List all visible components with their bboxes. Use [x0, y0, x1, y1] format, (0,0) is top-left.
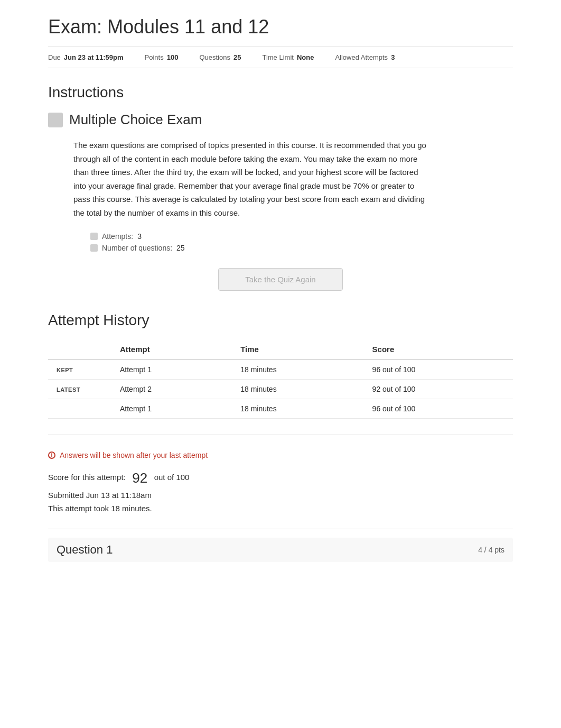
row3-attempt: Attempt 1 [111, 399, 232, 419]
row1-score: 96 out of 100 [364, 360, 513, 380]
points-value: 100 [167, 53, 179, 61]
allowed-attempts-item: Allowed Attempts 3 [335, 53, 395, 61]
table-row: Attempt 1 18 minutes 96 out of 100 [48, 399, 513, 419]
allowed-attempts-label: Allowed Attempts [335, 53, 388, 61]
latest-tag: LATEST [57, 386, 80, 393]
answers-notice: i Answers will be shown after your last … [48, 451, 513, 459]
score-number: 92 [132, 470, 147, 486]
question-title: Question 1 [57, 543, 113, 557]
mc-header: Multiple Choice Exam [48, 112, 513, 128]
num-questions-row: Number of questions: 25 [90, 244, 513, 252]
points-item: Points 100 [145, 53, 179, 61]
row2-time: 18 minutes [232, 380, 363, 399]
question-points: 4 / 4 pts [478, 546, 504, 554]
row2-score: 92 out of 100 [364, 380, 513, 399]
due-label: Due [48, 53, 61, 61]
time-taken-info: This attempt took 18 minutes. [48, 504, 513, 513]
notice-text: Answers will be shown after your last at… [60, 451, 208, 459]
table-row: LATEST Attempt 2 18 minutes 92 out of 10… [48, 380, 513, 399]
score-suffix: out of 100 [154, 473, 190, 482]
col-tag [48, 339, 111, 360]
table-header-row: Attempt Time Score [48, 339, 513, 360]
notice-icon: i [48, 451, 55, 459]
quiz-button-wrapper: Take the Quiz Again [48, 268, 513, 291]
take-quiz-button[interactable]: Take the Quiz Again [218, 268, 342, 291]
due-item: Due Jun 23 at 11:59pm [48, 53, 124, 61]
questions-item: Questions 25 [199, 53, 241, 61]
due-value: Jun 23 at 11:59pm [64, 53, 124, 61]
row2-tag: LATEST [48, 380, 111, 399]
divider [48, 435, 513, 435]
attempt-table: Attempt Time Score KEPT Attempt 1 18 min… [48, 339, 513, 419]
meta-bar: Due Jun 23 at 11:59pm Points 100 Questio… [48, 47, 513, 68]
time-limit-item: Time Limit None [262, 53, 314, 61]
mc-icon [48, 113, 63, 127]
col-attempt: Attempt [111, 339, 232, 360]
attempts-info: Attempts: 3 Number of questions: 25 [90, 232, 513, 252]
row3-score: 96 out of 100 [364, 399, 513, 419]
attempts-val: 3 [137, 232, 142, 241]
table-row: KEPT Attempt 1 18 minutes 96 out of 100 [48, 360, 513, 380]
row2-attempt: Attempt 2 [111, 380, 232, 399]
instructions-title: Instructions [48, 84, 513, 101]
attempt-history-section: Attempt History Attempt Time Score KEPT … [48, 312, 513, 419]
bullet-icon-questions [90, 244, 98, 252]
row1-tag: KEPT [48, 360, 111, 380]
num-questions-label: Number of questions: [102, 244, 172, 252]
instructions-section: Instructions Multiple Choice Exam The ex… [48, 84, 513, 252]
row3-time: 18 minutes [232, 399, 363, 419]
row3-tag [48, 399, 111, 419]
score-for-attempt: Score for this attempt: 92 out of 100 [48, 470, 513, 486]
page-title: Exam: Modules 11 and 12 [48, 16, 513, 38]
num-questions-val: 25 [176, 244, 185, 252]
instructions-text: The exam questions are comprised of topi… [73, 139, 433, 219]
attempts-row: Attempts: 3 [90, 232, 513, 241]
col-time: Time [232, 339, 363, 360]
question-header: Question 1 4 / 4 pts [48, 538, 513, 562]
attempts-label: Attempts: [102, 232, 133, 241]
questions-value: 25 [233, 53, 241, 61]
allowed-attempts-value: 3 [391, 53, 395, 61]
mc-title: Multiple Choice Exam [69, 112, 202, 128]
attempt-history-title: Attempt History [48, 312, 513, 329]
time-limit-label: Time Limit [262, 53, 293, 61]
kept-tag: KEPT [57, 367, 73, 373]
row1-attempt: Attempt 1 [111, 360, 232, 380]
questions-label: Questions [199, 53, 230, 61]
bullet-icon-attempts [90, 233, 98, 240]
row1-time: 18 minutes [232, 360, 363, 380]
col-score: Score [364, 339, 513, 360]
score-label: Score for this attempt: [48, 473, 126, 482]
points-label: Points [145, 53, 164, 61]
question-section: Question 1 4 / 4 pts [48, 529, 513, 562]
time-limit-value: None [297, 53, 314, 61]
submitted-info: Submitted Jun 13 at 11:18am [48, 491, 513, 500]
